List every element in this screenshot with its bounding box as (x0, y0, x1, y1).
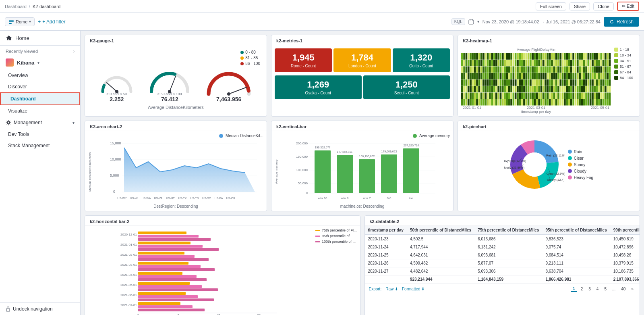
management-section[interactable]: Management ▾ (0, 117, 80, 129)
sidebar-item-stack[interactable]: Stack Management (0, 140, 80, 151)
page-4[interactable]: 4 (594, 286, 601, 292)
refresh-button[interactable]: Refresh (604, 17, 639, 27)
svg-rect-204 (510, 93, 512, 99)
metric-rome: 1,945 Rome - Count (275, 48, 332, 72)
col-header-75th[interactable]: 75th percentile of DistanceMiles (474, 226, 542, 235)
svg-rect-285 (532, 99, 534, 106)
svg-rect-225 (517, 73, 519, 79)
sidebar-item-overview[interactable]: Overview (0, 70, 80, 81)
svg-rect-51 (470, 86, 472, 92)
svg-rect-440 (575, 67, 577, 73)
edit-button[interactable]: ✏ Edit (617, 2, 639, 11)
page-40[interactable]: 40 (619, 286, 627, 292)
svg-rect-137 (493, 73, 495, 79)
vbar-ylabel: Average memory (275, 140, 278, 204)
svg-rect-131 (491, 86, 493, 92)
svg-rect-30 (466, 53, 468, 60)
sidebar-home[interactable]: Home (0, 31, 80, 46)
svg-rect-273 (530, 73, 532, 79)
lock-icon (6, 306, 10, 312)
recently-viewed-section[interactable]: Recently viewed › (0, 46, 80, 55)
svg-rect-379 (557, 86, 559, 92)
svg-rect-429 (570, 99, 572, 106)
svg-text:177,865,811: 177,865,811 (337, 150, 353, 153)
calendar-icon[interactable] (468, 19, 474, 25)
svg-rect-50 (470, 79, 472, 86)
svg-rect-183 (506, 60, 508, 66)
svg-rect-452 (577, 93, 579, 99)
fullscreen-button[interactable]: Full screen (536, 2, 566, 10)
svg-rect-278 (532, 53, 534, 60)
col-header-50th[interactable]: 50th percentile of DistanceMiles (407, 226, 474, 235)
vbar-legend-dot (413, 134, 417, 138)
sidebar-item-dashboard[interactable]: Dashboard (0, 92, 80, 105)
svg-rect-53 (470, 99, 472, 106)
svg-rect-24 (463, 67, 465, 73)
svg-rect-512 (594, 67, 596, 73)
col-header-99th[interactable]: 99th percentile of DistanceMiles (610, 226, 640, 235)
main-layout: Home Recently viewed › Kibana ▾ Overview… (0, 31, 644, 315)
table-row: 2020-11-24 4,717,944 6,131,242 9,075.74 … (365, 243, 640, 251)
heatmap1-panel: K2-heatmap-1 Average FlightDelayMin 2021… (458, 35, 640, 117)
export-formatted[interactable]: Formatted ⬇ (402, 287, 425, 291)
svg-rect-480 (585, 67, 587, 73)
time-range-display[interactable]: Nov 23, 2020 @ 19:18:44.02 → Jul 16, 202… (482, 19, 601, 24)
clone-button[interactable]: Clone (593, 2, 614, 10)
hbar2-body: 2020-12-01 2021-01-01 2021-02-01 2021-03… (85, 226, 360, 315)
svg-rect-405 (564, 99, 566, 106)
svg-rect-509 (592, 99, 594, 106)
svg-rect-100 (482, 93, 485, 99)
svg-rect-291 (534, 86, 536, 92)
gauge1-item-1: ≥ 0 and < 50 2.252 (99, 71, 135, 102)
top-bar: Dashboard / K2-dashboard Full screen Sha… (0, 0, 644, 13)
share-button[interactable]: Share (569, 2, 590, 10)
kibana-chevron[interactable]: ▾ (37, 60, 39, 65)
page-1[interactable]: 1 (571, 286, 577, 292)
page-5[interactable]: 5 (602, 286, 609, 292)
add-filter[interactable]: + + Add filter (38, 19, 65, 25)
svg-text:Cloudy (21.86%): Cloudy (21.86%) (504, 166, 524, 169)
svg-rect-244 (521, 93, 523, 99)
svg-rect-296 (536, 67, 538, 73)
areachart-panel: K2-area chart-2 Median DistanceKil... Me… (85, 121, 267, 211)
index-selector[interactable]: Rome ▾ (5, 17, 35, 26)
svg-rect-102 (485, 53, 487, 60)
svg-rect-114 (487, 79, 489, 86)
svg-rect-649 (138, 258, 209, 261)
svg-text:US-SC: US-SC (202, 197, 211, 200)
page-2[interactable]: 2 (579, 286, 585, 292)
svg-rect-46 (470, 53, 472, 60)
hbar2-chart: 2020-12-01 2021-01-01 2021-02-01 2021-03… (88, 228, 313, 315)
svg-rect-267 (528, 86, 530, 92)
svg-rect-38 (468, 53, 470, 60)
svg-rect-419 (568, 86, 570, 92)
svg-rect-152 (497, 67, 499, 73)
export-raw[interactable]: Raw ⬇ (385, 287, 398, 291)
svg-rect-163 (500, 86, 502, 92)
page-next[interactable]: » (629, 286, 636, 292)
svg-rect-403 (564, 86, 566, 92)
svg-rect-560 (607, 67, 609, 73)
breadcrumb-dashboard[interactable]: Dashboard (5, 4, 27, 9)
sidebar-item-devtools[interactable]: Dev Tools (0, 129, 80, 140)
svg-rect-300 (536, 93, 538, 99)
chevron-down[interactable]: ▾ (477, 19, 479, 24)
svg-rect-3 (469, 20, 474, 24)
col-header-date[interactable]: timestamp per day (365, 226, 407, 235)
svg-rect-444 (575, 93, 577, 99)
svg-rect-317 (540, 99, 543, 106)
svg-rect-345 (549, 73, 551, 79)
svg-rect-230 (519, 53, 521, 60)
svg-rect-493 (588, 99, 590, 106)
page-3[interactable]: 3 (586, 286, 593, 292)
svg-rect-119 (489, 60, 491, 66)
undock-navigation[interactable]: Undock navigation (0, 302, 80, 315)
pie-label-heavyfog: Heavy Fog (574, 175, 593, 180)
kql-badge[interactable]: KQL (451, 18, 465, 25)
svg-rect-68 (474, 93, 476, 99)
svg-rect-36 (466, 93, 468, 99)
col-header-95th[interactable]: 95th percentile of DistanceMiles (542, 226, 610, 235)
sidebar-item-discover[interactable]: Discover (0, 81, 80, 92)
sidebar-item-visualize[interactable]: Visualize (0, 105, 80, 117)
management-label: Management (6, 120, 42, 125)
